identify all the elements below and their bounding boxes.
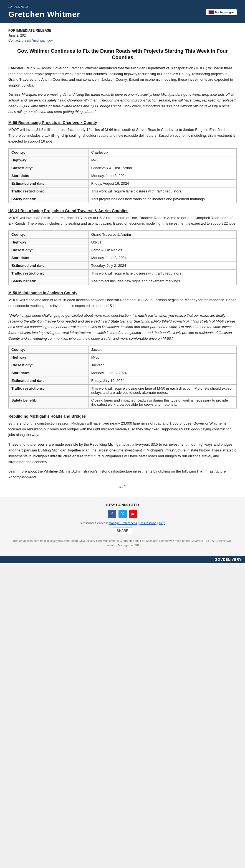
- section1-table: County:CharlevoixHighway:M-66Closest cit…: [8, 148, 237, 203]
- section2-title: US-31 Resurfacing Projects in Grand Trav…: [8, 209, 237, 213]
- table-row: Start date:Monday, June 3, 2024: [9, 172, 237, 179]
- table-row: Start date:Monday, June 3, 2024: [9, 369, 237, 377]
- header-left: Governor Gretchen Whitmer: [8, 5, 80, 19]
- table-row: Start date:Monday, June 3, 2024: [9, 254, 237, 262]
- section1-intro-text: MDOT will invest $1.3 million to resurfa…: [8, 128, 236, 143]
- governor-label: Governor: [8, 5, 28, 9]
- table-row: Estimated end date:Friday, August 16, 20…: [9, 179, 237, 187]
- table-cell-label: Traffic restrictions:: [9, 384, 89, 396]
- social-icons: f 𝕏 ▶: [8, 510, 237, 518]
- facebook-icon[interactable]: f: [108, 510, 116, 518]
- section3-intro: MDOT will close one lane of M-50 in each…: [8, 297, 237, 309]
- table-row: County:Grand Traverse & Antrim: [9, 231, 237, 239]
- section2-table: County:Grand Traverse & AntrimHighway:US…: [8, 230, 237, 285]
- table-cell-label: County:: [9, 231, 89, 239]
- table-cell-label: Safety benefit:: [9, 277, 89, 285]
- table-row: Highway:M-50: [9, 353, 237, 361]
- govdelivery-bar: GOVDELIVERY: [0, 556, 245, 563]
- manage-preferences-link[interactable]: Manage Preferences: [109, 521, 137, 525]
- table-row: Estimated end date:Friday, July 19, 2024: [9, 377, 237, 384]
- footer: STAY CONNECTED f 𝕏 ▶ Subscriber Services…: [0, 497, 245, 556]
- table-row: Safety benefit:This project includes new…: [9, 195, 237, 203]
- table-cell-value: The project includes new signs and pavem…: [88, 277, 236, 285]
- rebuild-text2: These and future repairs are made possib…: [8, 442, 237, 465]
- table-cell-value: This work will require closing one lane …: [88, 384, 236, 396]
- contact-label: Contact:: [8, 38, 21, 42]
- table-cell-value: Charlevoix: [88, 148, 236, 156]
- table-cell-value: Monday, June 3, 2024: [88, 369, 236, 377]
- contact-email-link[interactable]: press@michigan.gov: [22, 38, 53, 42]
- table-cell-value: This work will require lane closures wit…: [88, 187, 236, 195]
- help-link[interactable]: Help: [159, 521, 165, 525]
- section3-quote: "While it might seem challenging to get …: [8, 313, 237, 342]
- contact-line: Contact: press@michigan.gov: [8, 38, 237, 42]
- section2-intro-text: MDOT will invest $3.8 million to resurfa…: [8, 216, 236, 226]
- table-cell-label: Closest city:: [9, 164, 89, 172]
- table-cell-value: Jackson: [88, 345, 236, 353]
- table-cell-label: Closest city:: [9, 246, 89, 254]
- table-row: Safety benefit:Closing lanes and impacte…: [9, 396, 237, 408]
- table-cell-label: County:: [9, 148, 89, 156]
- table-cell-label: Highway:: [9, 353, 89, 361]
- table-cell-value: M-50: [88, 353, 236, 361]
- section1-title: M-66 Resurfacing Projects in Charlevoix …: [8, 120, 237, 125]
- table-cell-label: Highway:: [9, 156, 89, 164]
- michigan-badge: Michigan.gov: [206, 9, 237, 15]
- table-cell-value: US-31: [88, 239, 236, 246]
- youtube-icon[interactable]: ▶: [129, 510, 137, 518]
- table-row: Traffic restrictions:This work will requ…: [9, 187, 237, 195]
- govdelivery-logo: GOVDELIVERY: [215, 558, 242, 562]
- section3-title: M-50 Maintenance in Jackson County: [8, 291, 237, 295]
- table-cell-label: Estimated end date:: [9, 377, 89, 384]
- table-cell-label: Highway:: [9, 239, 89, 246]
- table-cell-label: Estimated end date:: [9, 262, 89, 270]
- table-row: Traffic restrictions:This work will requ…: [9, 384, 237, 396]
- michigan-gov-label: Michigan.gov: [215, 10, 235, 14]
- press-title: Gov. Whitmer Continues to Fix the Damn R…: [8, 48, 237, 61]
- table-cell-value: Grand Traverse & Antrim: [88, 231, 236, 239]
- table-row: Closest city:Jackson: [9, 361, 237, 369]
- unsubscribe-link[interactable]: Unsubscribe: [140, 521, 156, 525]
- stay-connected-label: STAY CONNECTED: [8, 503, 237, 507]
- table-cell-value: Charlevoix & East Jordan: [88, 164, 236, 172]
- table-cell-value: Tuesday, July 2, 2024: [88, 262, 236, 270]
- table-row: Highway:M-66: [9, 156, 237, 164]
- table-cell-label: Safety benefit:: [9, 396, 89, 408]
- table-cell-label: Closest city:: [9, 361, 89, 369]
- table-row: Safety benefit:The project includes new …: [9, 277, 237, 285]
- table-cell-label: Start date:: [9, 254, 89, 262]
- location: LANSING, Mich.: [8, 66, 36, 70]
- table-cell-value: Closing lanes and impacted roadways duri…: [88, 396, 236, 408]
- table-cell-value: Monday, June 3, 2024: [88, 172, 236, 179]
- table-row: Highway:US-31: [9, 239, 237, 246]
- table-cell-value: This project includes new roadside delin…: [88, 195, 236, 203]
- section3-intro-text: MDOT will close one lane of M-50 in each…: [8, 298, 236, 308]
- table-cell-label: Start date:: [9, 172, 89, 179]
- rebuild-title: Rebuilding Michigan's Roads and Bridges: [8, 414, 237, 418]
- email-wrapper: Governor Gretchen Whitmer Michigan.gov F…: [0, 0, 245, 563]
- location-intro: LANSING, Mich. — Today, Governor Gretche…: [8, 65, 237, 89]
- table-cell-label: County:: [9, 345, 89, 353]
- table-row: Traffic restrictions:This work will requ…: [9, 270, 237, 277]
- section2-intro: MDOT will invest $3.8 million to resurfa…: [8, 215, 237, 227]
- table-row: Closest city:Charlevoix & East Jordan: [9, 164, 237, 172]
- for-immediate-release: FOR IMMEDIATE RELEASE: [8, 29, 237, 32]
- header: Governor Gretchen Whitmer Michigan.gov: [0, 0, 245, 23]
- rebuild-text3: Learn more about the Whitmer-Gilchrist A…: [8, 469, 237, 480]
- rebuild-text1: By the end of this construction season, …: [8, 421, 237, 438]
- table-row: Estimated end date:Tuesday, July 2, 2024: [9, 262, 237, 270]
- content: FOR IMMEDIATE RELEASE June 3, 2024 Conta…: [0, 23, 245, 497]
- table-cell-value: Friday, August 16, 2024: [88, 179, 236, 187]
- table-cell-label: Estimated end date:: [9, 179, 89, 187]
- table-cell-value: Friday, July 19, 2024: [88, 377, 236, 384]
- share-button[interactable]: SHARE: [113, 527, 132, 534]
- table-row: Closest city:Acme & Elk Rapids: [9, 246, 237, 254]
- subscriber-services: Subscriber Services: Manage Preferences …: [8, 521, 237, 525]
- table-cell-label: Start date:: [9, 369, 89, 377]
- table-cell-value: Acme & Elk Rapids: [88, 246, 236, 254]
- quote1: "Across Michigan, we are moving dirt and…: [8, 92, 237, 115]
- twitter-icon[interactable]: 𝕏: [119, 510, 127, 518]
- table-cell-value: M-66: [88, 156, 236, 164]
- section1-intro: MDOT will invest $1.3 million to resurfa…: [8, 127, 237, 144]
- intro-text: Today, Governor Gretchen Whitmer announc…: [8, 66, 233, 87]
